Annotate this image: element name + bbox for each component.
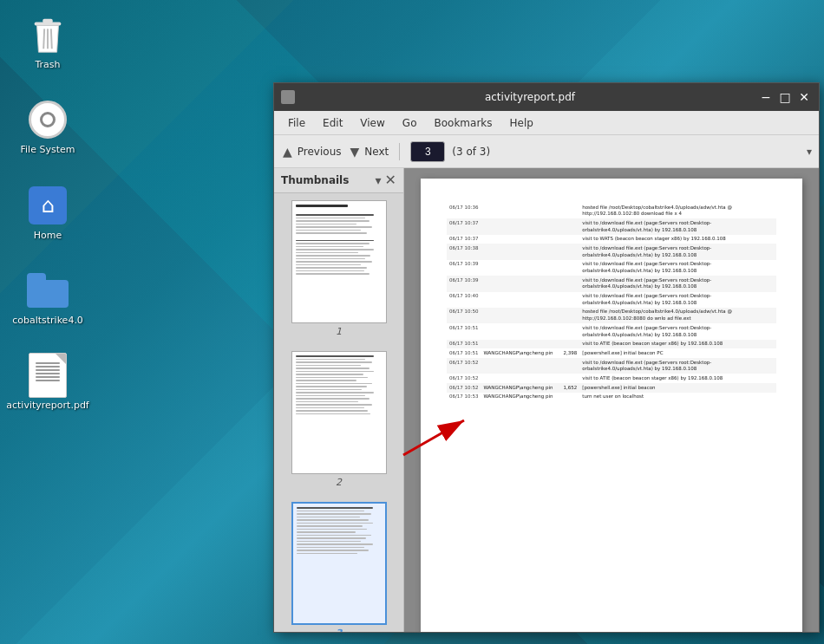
thumbnail-3[interactable]: 3: [281, 502, 396, 632]
activityreport-file-icon: [27, 355, 69, 396]
page-count-label: (3 of 3): [452, 146, 490, 158]
thumbnails-list: 1: [274, 193, 403, 632]
menu-help[interactable]: Help: [503, 114, 540, 132]
trash-icon-item[interactable]: Trash: [9, 9, 87, 76]
thumbnail-1[interactable]: 1: [281, 200, 396, 337]
menu-file[interactable]: File: [281, 114, 312, 132]
thumbnails-title: Thumbnails: [281, 174, 349, 186]
desktop-icons-container: Trash File System ⌂ Home: [9, 9, 87, 417]
zoom-dropdown-icon[interactable]: ▾: [807, 146, 812, 158]
filesystem-icon: [27, 99, 69, 140]
toolbar-separator: [399, 143, 400, 160]
menubar: File Edit View Go Bookmarks Help: [274, 111, 819, 135]
svg-line-4: [51, 29, 52, 49]
next-nav: ▼ Next: [349, 143, 389, 160]
thumbnail-2-num: 2: [336, 477, 342, 488]
thumbnails-controls: ▾ ✕: [376, 173, 396, 187]
maximize-button[interactable]: □: [777, 89, 793, 105]
svg-line-2: [43, 29, 44, 49]
content-area: Thumbnails ▾ ✕: [274, 168, 819, 632]
home-label: Home: [34, 230, 62, 242]
pdf-viewer-window: activityreport.pdf − □ ✕ File Edit View …: [273, 82, 820, 633]
thumbnail-1-num: 1: [336, 326, 342, 337]
filesystem-label: File System: [21, 144, 75, 156]
thumbnail-2[interactable]: 2: [281, 351, 396, 488]
thumbnail-3-image: [291, 502, 387, 625]
next-button[interactable]: Next: [364, 146, 389, 158]
thumbnails-dropdown-icon[interactable]: ▾: [376, 173, 382, 187]
page-number-input[interactable]: [410, 141, 445, 162]
titlebar: activityreport.pdf − □ ✕: [274, 83, 819, 111]
home-icon: ⌂: [27, 185, 69, 226]
prev-button[interactable]: Previous: [298, 146, 342, 158]
desktop: Trash File System ⌂ Home: [0, 0, 824, 644]
thumbnail-3-num: 3: [336, 628, 343, 632]
home-icon-item[interactable]: ⌂ Home: [9, 179, 87, 247]
menu-go[interactable]: Go: [396, 114, 424, 132]
prev-arrow-icon[interactable]: ▲: [281, 143, 294, 160]
activityreport-file-item[interactable]: activityreport.pdf: [9, 349, 87, 417]
close-button[interactable]: ✕: [796, 89, 812, 105]
thumbnails-close-button[interactable]: ✕: [385, 173, 396, 187]
thumbnail-2-image: [291, 351, 387, 474]
window-controls: − □ ✕: [758, 89, 812, 105]
activityreport-label: activityreport.pdf: [6, 400, 88, 412]
trash-icon: [27, 14, 69, 55]
window-title: activityreport.pdf: [302, 91, 758, 103]
thumbnails-header: Thumbnails ▾ ✕: [274, 168, 403, 193]
pdf-content-area: 06/17 10:36hosted file /root/Desktop/cob…: [404, 168, 819, 632]
thumbnails-panel: Thumbnails ▾ ✕: [274, 168, 404, 632]
cobaltstrike-folder-icon: [27, 270, 69, 311]
toolbar: ▲ Previous ▼ Next (3 of 3) ▾: [274, 135, 819, 168]
cobaltstrike-folder-item[interactable]: cobaltstrike4.0: [9, 264, 87, 332]
minimize-button[interactable]: −: [758, 89, 774, 105]
window-icon: [281, 90, 295, 104]
menu-view[interactable]: View: [353, 114, 391, 132]
pdf-page-2: 06/17 10:36hosted file /root/Desktop/cob…: [421, 179, 802, 632]
thumbnail-1-image: [291, 200, 387, 323]
trash-label: Trash: [35, 59, 60, 71]
menu-bookmarks[interactable]: Bookmarks: [427, 114, 499, 132]
prev-nav: ▲ Previous: [281, 143, 342, 160]
filesystem-icon-item[interactable]: File System: [9, 94, 87, 161]
menu-edit[interactable]: Edit: [316, 114, 350, 132]
svg-rect-1: [43, 19, 53, 23]
next-arrow-icon[interactable]: ▼: [349, 143, 362, 160]
cobaltstrike-label: cobaltstrike4.0: [12, 315, 83, 327]
